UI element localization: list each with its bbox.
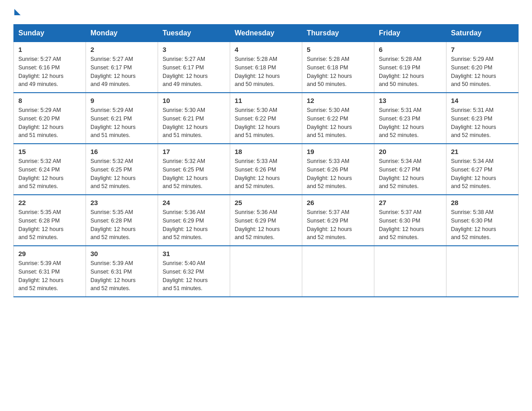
day-info: Sunrise: 5:32 AMSunset: 6:25 PMDaylight:…	[90, 158, 136, 189]
calendar-cell	[230, 246, 302, 297]
day-number: 23	[90, 199, 153, 206]
day-info: Sunrise: 5:32 AMSunset: 6:25 PMDaylight:…	[163, 158, 208, 189]
calendar-cell: 4 Sunrise: 5:28 AMSunset: 6:18 PMDayligh…	[230, 42, 302, 93]
calendar-cell: 22 Sunrise: 5:35 AMSunset: 6:28 PMDaylig…	[14, 195, 86, 246]
day-info: Sunrise: 5:35 AMSunset: 6:28 PMDaylight:…	[90, 209, 136, 240]
day-info: Sunrise: 5:39 AMSunset: 6:31 PMDaylight:…	[90, 260, 136, 291]
day-header-monday: Monday	[86, 25, 158, 42]
calendar-cell: 7 Sunrise: 5:29 AMSunset: 6:20 PMDayligh…	[446, 42, 519, 93]
calendar-cell: 3 Sunrise: 5:27 AMSunset: 6:17 PMDayligh…	[158, 42, 230, 93]
day-number: 2	[90, 46, 153, 53]
day-number: 20	[379, 148, 442, 155]
day-number: 7	[451, 46, 514, 53]
calendar-cell: 9 Sunrise: 5:29 AMSunset: 6:21 PMDayligh…	[86, 93, 158, 144]
calendar-header-row: SundayMondayTuesdayWednesdayThursdayFrid…	[14, 25, 519, 42]
day-info: Sunrise: 5:35 AMSunset: 6:28 PMDaylight:…	[18, 209, 64, 240]
day-info: Sunrise: 5:29 AMSunset: 6:20 PMDaylight:…	[451, 56, 496, 87]
day-number: 10	[163, 97, 225, 104]
day-info: Sunrise: 5:30 AMSunset: 6:22 PMDaylight:…	[307, 107, 352, 138]
logo	[13, 9, 21, 15]
calendar-cell: 29 Sunrise: 5:39 AMSunset: 6:31 PMDaylig…	[14, 246, 86, 297]
calendar-week-row: 22 Sunrise: 5:35 AMSunset: 6:28 PMDaylig…	[14, 195, 519, 246]
day-header-sunday: Sunday	[14, 25, 86, 42]
day-number: 24	[163, 199, 225, 206]
day-number: 13	[379, 97, 442, 104]
day-number: 21	[451, 148, 514, 155]
day-number: 12	[307, 97, 369, 104]
calendar-week-row: 1 Sunrise: 5:27 AMSunset: 6:16 PMDayligh…	[14, 42, 519, 93]
day-info: Sunrise: 5:39 AMSunset: 6:31 PMDaylight:…	[18, 260, 64, 291]
day-number: 8	[18, 97, 81, 104]
calendar-cell: 10 Sunrise: 5:30 AMSunset: 6:21 PMDaylig…	[158, 93, 230, 144]
day-number: 11	[235, 97, 297, 104]
calendar-cell: 13 Sunrise: 5:31 AMSunset: 6:23 PMDaylig…	[374, 93, 446, 144]
calendar-cell: 31 Sunrise: 5:40 AMSunset: 6:32 PMDaylig…	[158, 246, 230, 297]
day-info: Sunrise: 5:28 AMSunset: 6:19 PMDaylight:…	[379, 56, 424, 87]
calendar-cell: 21 Sunrise: 5:34 AMSunset: 6:27 PMDaylig…	[446, 144, 519, 195]
day-info: Sunrise: 5:29 AMSunset: 6:20 PMDaylight:…	[18, 107, 64, 138]
day-number: 9	[90, 97, 153, 104]
calendar-cell: 6 Sunrise: 5:28 AMSunset: 6:19 PMDayligh…	[374, 42, 446, 93]
day-number: 30	[90, 250, 153, 257]
day-number: 26	[307, 199, 369, 206]
day-info: Sunrise: 5:29 AMSunset: 6:21 PMDaylight:…	[90, 107, 136, 138]
calendar-cell: 8 Sunrise: 5:29 AMSunset: 6:20 PMDayligh…	[14, 93, 86, 144]
calendar-cell: 2 Sunrise: 5:27 AMSunset: 6:17 PMDayligh…	[86, 42, 158, 93]
day-info: Sunrise: 5:32 AMSunset: 6:24 PMDaylight:…	[18, 158, 64, 189]
calendar-cell: 19 Sunrise: 5:33 AMSunset: 6:26 PMDaylig…	[302, 144, 374, 195]
calendar-cell: 25 Sunrise: 5:36 AMSunset: 6:29 PMDaylig…	[230, 195, 302, 246]
day-info: Sunrise: 5:37 AMSunset: 6:30 PMDaylight:…	[379, 209, 424, 240]
day-info: Sunrise: 5:31 AMSunset: 6:23 PMDaylight:…	[379, 107, 424, 138]
day-number: 19	[307, 148, 369, 155]
day-info: Sunrise: 5:38 AMSunset: 6:30 PMDaylight:…	[451, 209, 496, 240]
day-info: Sunrise: 5:36 AMSunset: 6:29 PMDaylight:…	[235, 209, 280, 240]
day-number: 31	[163, 250, 225, 257]
day-info: Sunrise: 5:34 AMSunset: 6:27 PMDaylight:…	[379, 158, 424, 189]
day-info: Sunrise: 5:37 AMSunset: 6:29 PMDaylight:…	[307, 209, 352, 240]
day-info: Sunrise: 5:30 AMSunset: 6:21 PMDaylight:…	[163, 107, 208, 138]
logo-triangle-icon	[14, 9, 21, 15]
day-header-tuesday: Tuesday	[158, 25, 230, 42]
day-number: 3	[163, 46, 225, 53]
day-number: 1	[18, 46, 81, 53]
day-info: Sunrise: 5:31 AMSunset: 6:23 PMDaylight:…	[451, 107, 496, 138]
day-header-thursday: Thursday	[302, 25, 374, 42]
day-number: 5	[307, 46, 369, 53]
day-number: 28	[451, 199, 514, 206]
day-info: Sunrise: 5:27 AMSunset: 6:16 PMDaylight:…	[18, 56, 64, 87]
calendar-cell: 27 Sunrise: 5:37 AMSunset: 6:30 PMDaylig…	[374, 195, 446, 246]
day-info: Sunrise: 5:30 AMSunset: 6:22 PMDaylight:…	[235, 107, 280, 138]
day-number: 29	[18, 250, 81, 257]
calendar-cell: 11 Sunrise: 5:30 AMSunset: 6:22 PMDaylig…	[230, 93, 302, 144]
calendar-cell: 24 Sunrise: 5:36 AMSunset: 6:29 PMDaylig…	[158, 195, 230, 246]
calendar-cell: 15 Sunrise: 5:32 AMSunset: 6:24 PMDaylig…	[14, 144, 86, 195]
calendar-table: SundayMondayTuesdayWednesdayThursdayFrid…	[13, 24, 519, 297]
calendar-cell	[446, 246, 519, 297]
day-number: 27	[379, 199, 442, 206]
calendar-cell: 5 Sunrise: 5:28 AMSunset: 6:18 PMDayligh…	[302, 42, 374, 93]
day-header-wednesday: Wednesday	[230, 25, 302, 42]
day-number: 18	[235, 148, 297, 155]
calendar-cell: 30 Sunrise: 5:39 AMSunset: 6:31 PMDaylig…	[86, 246, 158, 297]
day-number: 4	[235, 46, 297, 53]
calendar-cell: 16 Sunrise: 5:32 AMSunset: 6:25 PMDaylig…	[86, 144, 158, 195]
day-info: Sunrise: 5:33 AMSunset: 6:26 PMDaylight:…	[307, 158, 352, 189]
day-info: Sunrise: 5:28 AMSunset: 6:18 PMDaylight:…	[235, 56, 280, 87]
day-info: Sunrise: 5:40 AMSunset: 6:32 PMDaylight:…	[163, 260, 208, 291]
day-info: Sunrise: 5:34 AMSunset: 6:27 PMDaylight:…	[451, 158, 496, 189]
day-number: 14	[451, 97, 514, 104]
day-number: 6	[379, 46, 442, 53]
calendar-cell: 14 Sunrise: 5:31 AMSunset: 6:23 PMDaylig…	[446, 93, 519, 144]
day-number: 17	[163, 148, 225, 155]
calendar-cell: 26 Sunrise: 5:37 AMSunset: 6:29 PMDaylig…	[302, 195, 374, 246]
day-number: 25	[235, 199, 297, 206]
day-info: Sunrise: 5:27 AMSunset: 6:17 PMDaylight:…	[163, 56, 208, 87]
calendar-cell	[302, 246, 374, 297]
calendar-cell: 23 Sunrise: 5:35 AMSunset: 6:28 PMDaylig…	[86, 195, 158, 246]
calendar-cell: 28 Sunrise: 5:38 AMSunset: 6:30 PMDaylig…	[446, 195, 519, 246]
day-info: Sunrise: 5:36 AMSunset: 6:29 PMDaylight:…	[163, 209, 208, 240]
calendar-cell: 17 Sunrise: 5:32 AMSunset: 6:25 PMDaylig…	[158, 144, 230, 195]
day-number: 15	[18, 148, 81, 155]
calendar-week-row: 8 Sunrise: 5:29 AMSunset: 6:20 PMDayligh…	[14, 93, 519, 144]
day-info: Sunrise: 5:33 AMSunset: 6:26 PMDaylight:…	[235, 158, 280, 189]
